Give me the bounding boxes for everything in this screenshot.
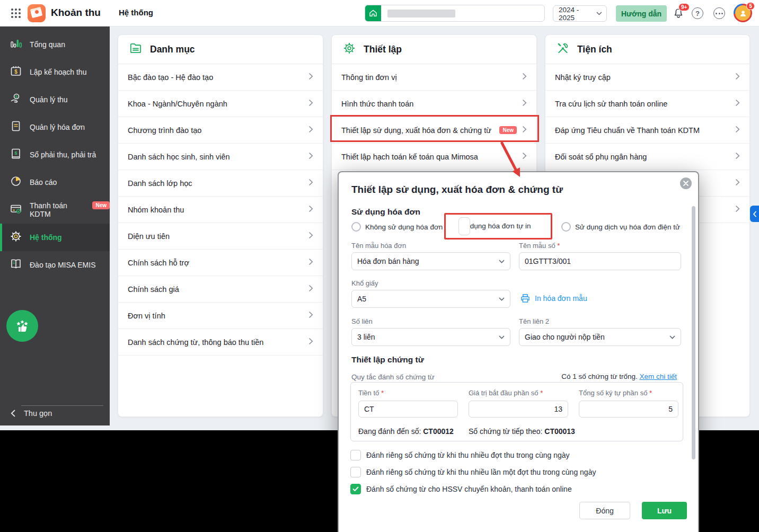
- sidebar-item-so-phai-thu-phai-tra[interactable]: $ Sổ phải thu, phải trả: [0, 141, 110, 169]
- feedback-thumbs-up-icon[interactable]: [6, 310, 38, 342]
- view-detail-link[interactable]: Xem chi tiết: [639, 373, 677, 380]
- avatar-badge: 5: [746, 2, 755, 10]
- list-item[interactable]: Danh sách lớp học: [118, 170, 323, 197]
- radio-hoa-don-dien-tu[interactable]: Sử dụng dịch vụ hóa đơn điện tử: [561, 222, 680, 232]
- list-item[interactable]: Đơn vị tính: [118, 303, 323, 329]
- chevron-right-icon: [735, 205, 740, 215]
- redacted-search-text: [387, 10, 455, 17]
- sidebar-item-dao-tao-misa-emis[interactable]: Đào tạo MISA EMIS: [0, 251, 110, 279]
- list-item[interactable]: Chương trình đào tạo: [118, 117, 323, 144]
- select-ten-mau-hoa-don[interactable]: Hóa đơn bán hàng: [351, 252, 510, 270]
- list-item[interactable]: Thiết lập hạch toán kế toán qua Mimosa: [332, 144, 536, 170]
- list-item[interactable]: Thông tin đơn vị: [332, 64, 536, 91]
- chevron-right-icon: [735, 126, 740, 135]
- chevron-right-icon: [308, 311, 313, 321]
- save-button[interactable]: Lưu: [642, 502, 687, 519]
- global-search[interactable]: [365, 5, 545, 22]
- list-item[interactable]: Tra cứu lịch sử thanh toán online: [545, 91, 749, 117]
- list-item[interactable]: Danh sách học sinh, sinh viên: [118, 144, 323, 170]
- chevron-right-icon: [308, 205, 313, 215]
- svg-text:$: $: [15, 94, 18, 99]
- notification-badge: 9+: [678, 3, 690, 11]
- sidebar-item-label: Sổ phải thu, phải trả: [30, 150, 96, 159]
- chevron-right-icon: [522, 152, 527, 162]
- sidebar-item-quan-ly-hoa-don[interactable]: Quản lý hóa đơn: [0, 113, 110, 141]
- svg-text:$: $: [14, 150, 17, 156]
- radio-circle-icon: [351, 222, 361, 232]
- new-badge: New: [92, 201, 110, 209]
- radio-circle-icon: [561, 222, 571, 232]
- field-label: Khổ giấy: [351, 279, 378, 287]
- header-nav-he-thong[interactable]: Hệ thống: [119, 8, 153, 17]
- checkbox-danh-rieng-lan-thu[interactable]: Đánh riêng số chứng từ khi thu nhiều lần…: [350, 467, 596, 477]
- list-item[interactable]: Nhật ký truy cập: [545, 64, 749, 91]
- close-icon[interactable]: [680, 178, 692, 189]
- input-tien-to[interactable]: CT: [358, 401, 458, 418]
- card-title: Thiết lập: [364, 44, 402, 55]
- list-item[interactable]: Diện ưu tiên: [118, 223, 323, 250]
- select-so-lien[interactable]: 3 liên: [351, 328, 510, 346]
- list-item[interactable]: Nhóm khoản thu: [118, 197, 323, 223]
- select-ten-lien-2[interactable]: Giao cho người nộp tiền: [519, 328, 681, 346]
- overview-chart-icon: [10, 37, 22, 52]
- sidebar-item-thanh-toan-kdtm[interactable]: Thanh toán KDTM New: [0, 196, 110, 224]
- list-item[interactable]: Chính sách giá: [118, 276, 323, 303]
- home-icon[interactable]: [365, 5, 381, 21]
- modal-title: Thiết lập sử dụng, xuất hóa đơn & chứng …: [351, 184, 563, 196]
- close-button[interactable]: Đóng: [579, 502, 630, 519]
- sidebar-item-lap-ke-hoach-thu[interactable]: $ Lập kế hoạch thu: [0, 58, 110, 86]
- card-danh-muc: Danh mục Bậc đào tạo - Hệ đào tạo Khoa -…: [118, 34, 323, 417]
- list-item[interactable]: Đối soát sổ phụ ngân hàng: [545, 144, 749, 170]
- chevron-down-icon: [499, 297, 505, 301]
- sidebar-item-tong-quan[interactable]: Tổng quan: [0, 31, 110, 58]
- checkbox-unchecked-icon: [350, 450, 361, 460]
- chevron-right-icon: [308, 99, 313, 109]
- list-item[interactable]: Khoa - Ngành/Chuyên ngành: [118, 91, 323, 117]
- checkbox-checked-icon: [350, 484, 361, 494]
- sidebar-item-bao-cao[interactable]: Báo cáo: [0, 169, 110, 196]
- list-item[interactable]: Hình thức thanh toán: [332, 91, 536, 117]
- app-title: Khoản thu: [51, 7, 101, 19]
- sidebar-item-label: Quản lý thu: [30, 95, 68, 104]
- chevron-left-icon: [753, 211, 757, 217]
- field-label: Tên mẫu số *: [519, 242, 560, 250]
- radio-khong-su-dung[interactable]: Không sử dụng hóa đơn: [351, 222, 443, 232]
- sidebar-item-quan-ly-thu[interactable]: $ Quản lý thu: [0, 86, 110, 113]
- chevron-right-icon: [308, 126, 313, 135]
- checkbox-danh-rieng-dot-thu[interactable]: Đánh riêng số chứng từ khi thu nhiều đợt…: [350, 450, 570, 460]
- invoice-section-heading: Sử dụng hóa đơn: [351, 207, 420, 217]
- sidebar-item-he-thong[interactable]: Hệ thống: [0, 224, 110, 251]
- print-sample-link[interactable]: In hóa đơn mẫu: [520, 293, 587, 304]
- input-ten-mau-so[interactable]: 01GTTT3/001: [519, 252, 681, 270]
- guide-button[interactable]: Hướng dẫn: [616, 5, 667, 22]
- list-item[interactable]: Đáp ứng Tiêu chuẩn về Thanh toán KDTM: [545, 117, 749, 144]
- list-item[interactable]: Chính sách hỗ trợ: [118, 250, 323, 276]
- notifications-bell-icon[interactable]: 9+: [672, 7, 685, 20]
- school-year-select[interactable]: 2024 - 2025: [553, 5, 607, 22]
- chevron-right-icon: [522, 99, 527, 109]
- avatar[interactable]: 5: [734, 4, 752, 22]
- modal-scrollbar-thumb[interactable]: [692, 206, 695, 459]
- sidebar-item-label: Đào tạo MISA EMIS: [30, 261, 96, 269]
- sidebar-item-label: Lập kế hoạch thu: [30, 68, 86, 76]
- field-label: Số liên: [351, 317, 373, 325]
- checkbox-danh-so-hssv[interactable]: Đánh số chứng từ cho HSSV chuyển khoản, …: [350, 484, 572, 494]
- more-options-icon[interactable]: [713, 7, 726, 20]
- radio-hoa-don-tu-in[interactable]: Sử dụng hóa đơn tự in: [458, 222, 531, 230]
- select-kho-giay[interactable]: A5: [351, 290, 510, 308]
- hand-coin-icon: $: [10, 92, 22, 107]
- side-panel-toggle[interactable]: [750, 206, 759, 222]
- input-tong-so-ky-tu[interactable]: 5: [579, 401, 678, 418]
- list-item[interactable]: Danh sách chứng từ, thông báo thu tiền: [118, 329, 323, 356]
- card-danh-muc-header: Danh mục: [118, 35, 323, 64]
- chevron-right-icon: [735, 99, 740, 109]
- list-item-thiet-lap-su-dung[interactable]: Thiết lập sử dụng, xuất hóa đơn & chứng …: [332, 117, 536, 144]
- app-logo-icon[interactable]: [28, 4, 46, 22]
- input-gia-tri-bat-dau[interactable]: 13: [469, 401, 568, 418]
- app-grid-icon[interactable]: [10, 7, 22, 22]
- chevron-down-icon: [669, 335, 675, 339]
- help-icon[interactable]: ?: [692, 7, 704, 20]
- list-item[interactable]: Bậc đào tạo - Hệ đào tạo: [118, 64, 323, 91]
- card-payment-icon: [10, 202, 22, 217]
- collapse-sidebar-button[interactable]: Thu gọn: [11, 409, 52, 418]
